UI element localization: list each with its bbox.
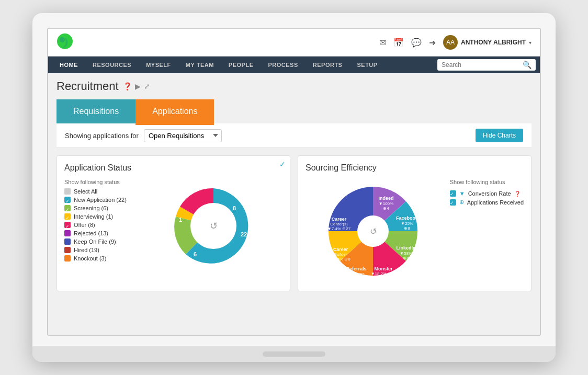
sourcing-applications-checkbox[interactable]: ✓ [450, 199, 456, 206]
nav-reports[interactable]: REPORTS [306, 56, 350, 73]
calendar-icon[interactable]: 📅 [393, 38, 404, 48]
expand-icon[interactable]: ⤢ [144, 82, 150, 90]
chart-icon: ⊕ [459, 199, 464, 206]
select-all-label: Select All [74, 188, 97, 195]
svg-text:Facebook: Facebook [396, 215, 419, 221]
svg-text:Builder: Builder [334, 252, 347, 257]
select-all-row: Select All [64, 188, 138, 195]
header-icons: ❓ ▶ ⤢ [123, 82, 150, 90]
svg-text:▼7.4% ⊕27: ▼7.4% ⊕27 [327, 226, 351, 231]
filter-select[interactable]: Open Requisitions All Requisitions Close… [144, 129, 222, 142]
svg-text:Referrals: Referrals [346, 266, 366, 271]
svg-text:▼100%: ▼100% [379, 201, 393, 206]
application-status-card: ✓ Application Status Show following stat… [56, 155, 290, 291]
application-status-legend: Show following status Select All ✓ New A… [64, 179, 138, 273]
filter-left: Showing applications for Open Requisitio… [65, 129, 222, 142]
legend-checkbox-screening[interactable]: ✓ [64, 205, 71, 211]
logout-icon[interactable]: ➜ [429, 38, 436, 48]
svg-text:⊕8: ⊕8 [403, 256, 409, 260]
sourcing-legend: Show following status ✓ ▼ Conversion Rat… [450, 179, 524, 283]
legend-interviewing: ✓ Interviewing (1) [64, 213, 138, 220]
svg-text:⊕4: ⊕4 [383, 206, 389, 211]
charts-section: ✓ Application Status Show following stat… [56, 148, 532, 299]
content-area: Recruitment ❓ ▶ ⤢ Requisitions Applicati… [48, 73, 540, 335]
card-check-icon: ✓ [279, 160, 286, 168]
svg-text:LinkedIn: LinkedIn [396, 245, 415, 251]
svg-text:6: 6 [193, 251, 196, 257]
chat-icon[interactable]: 💬 [411, 38, 422, 48]
filter-bar: Showing applications for Open Requisitio… [56, 123, 532, 148]
svg-text:↺: ↺ [369, 227, 376, 236]
help-icon[interactable]: ❓ [123, 82, 132, 90]
svg-point-1 [60, 37, 65, 42]
svg-text:8: 8 [232, 205, 235, 211]
select-all-checkbox[interactable] [64, 188, 71, 195]
svg-text:Career: Career [333, 247, 348, 252]
page-header: Recruitment ❓ ▶ ⤢ [56, 79, 532, 93]
sourcing-body: ↺ Indeed ▼100% ⊕4 Facebook ▼25% ⊕8 Linke… [306, 179, 524, 283]
search-input[interactable] [442, 61, 520, 69]
legend-checkbox-new[interactable]: ✓ [64, 197, 71, 203]
sourcing-chart-container: ↺ Indeed ▼100% ⊕4 Facebook ▼25% ⊕8 Linke… [306, 179, 440, 283]
legend-checkbox-keeponfile[interactable] [64, 238, 71, 245]
nav-bar: HOME RESOURCES MYSELF MY TEAM PEOPLE PRO… [48, 56, 540, 73]
username: ANTHONY ALBRIGHT [461, 39, 526, 46]
svg-text:▼18.2% ⊕22: ▼18.2% ⊕22 [371, 271, 397, 276]
svg-text:Career: Career [332, 217, 347, 222]
legend-title: Show following status [64, 179, 138, 185]
sourcing-legend-applications: ✓ ⊕ Applications Received [450, 199, 524, 206]
mail-icon[interactable]: ✉ [379, 38, 386, 48]
svg-text:22: 22 [240, 231, 246, 237]
legend-knockout: Knockout (3) [64, 255, 138, 262]
application-status-body: Show following status Select All ✓ New A… [64, 179, 282, 273]
tabs: Requisitions Applications [56, 99, 532, 123]
sourcing-legend-title: Show following status [450, 179, 524, 185]
legend-keeponfile: Keep On File (9) [64, 238, 138, 245]
svg-text:Indeed: Indeed [378, 196, 393, 201]
nav-myself[interactable]: MYSELF [139, 56, 178, 73]
legend-checkbox-knockout[interactable] [64, 255, 71, 262]
sourcing-efficiency-title: Sourcing Efficiency [306, 163, 524, 173]
svg-text:▼25% ⊕8: ▼25% ⊕8 [331, 257, 350, 262]
legend-checkbox-rejected[interactable] [64, 230, 71, 236]
legend-checkbox-interviewing[interactable]: ✓ [64, 213, 71, 220]
search-area[interactable]: 🔍 [437, 59, 536, 71]
svg-text:↺: ↺ [209, 221, 217, 231]
filter-label: Showing applications for [65, 132, 139, 140]
nav-process[interactable]: PROCESS [261, 56, 305, 73]
user-menu[interactable]: AA ANTHONY ALBRIGHT ▾ [443, 35, 532, 50]
sourcing-info-icon[interactable]: ❓ [514, 191, 521, 197]
legend-checkbox-hired[interactable] [64, 247, 71, 253]
sourcing-chart-svg: ↺ Indeed ▼100% ⊕4 Facebook ▼25% ⊕8 Linke… [321, 179, 425, 283]
legend-offer: ✓ Offer (8) [64, 222, 138, 228]
play-icon[interactable]: ▶ [135, 82, 141, 90]
legend-new-application: ✓ New Application (22) [64, 197, 138, 203]
legend-checkbox-offer[interactable]: ✓ [64, 222, 71, 228]
svg-text:⊕8: ⊕8 [404, 226, 410, 231]
top-bar: ✉ 📅 💬 ➜ AA ANTHONY ALBRIGHT ▾ [48, 29, 540, 56]
donut-chart-svg: ↺ 8 22 6 1 [166, 179, 261, 273]
sourcing-efficiency-card: Sourcing Efficiency [298, 155, 532, 291]
donut-chart-container: ↺ 8 22 6 1 [144, 179, 282, 273]
sourcing-conversion-checkbox[interactable]: ✓ [450, 190, 456, 197]
nav-people[interactable]: PEOPLE [221, 56, 261, 73]
tab-applications[interactable]: Applications [135, 99, 214, 123]
svg-text:Center(s): Center(s) [330, 222, 348, 226]
application-status-title: Application Status [64, 163, 282, 173]
sourcing-conversion-label: Conversion Rate [468, 190, 511, 197]
hide-charts-button[interactable]: Hide Charts [476, 129, 523, 142]
funnel-icon: ▼ [459, 190, 465, 197]
svg-text:1: 1 [178, 217, 182, 223]
legend-rejected: Rejected (13) [64, 230, 138, 236]
nav-setup[interactable]: SETUP [349, 56, 385, 73]
svg-text:Monster: Monster [374, 266, 393, 271]
search-icon[interactable]: 🔍 [523, 61, 532, 69]
nav-myteam[interactable]: MY TEAM [178, 56, 221, 73]
logo[interactable] [56, 33, 73, 52]
sourcing-applications-label: Applications Received [467, 199, 524, 206]
sourcing-legend-conversion: ✓ ▼ Conversion Rate ❓ [450, 190, 524, 197]
page-title: Recruitment [56, 79, 119, 93]
nav-resources[interactable]: RESOURCES [85, 56, 139, 73]
tab-requisitions[interactable]: Requisitions [56, 99, 135, 123]
nav-home[interactable]: HOME [52, 56, 85, 73]
